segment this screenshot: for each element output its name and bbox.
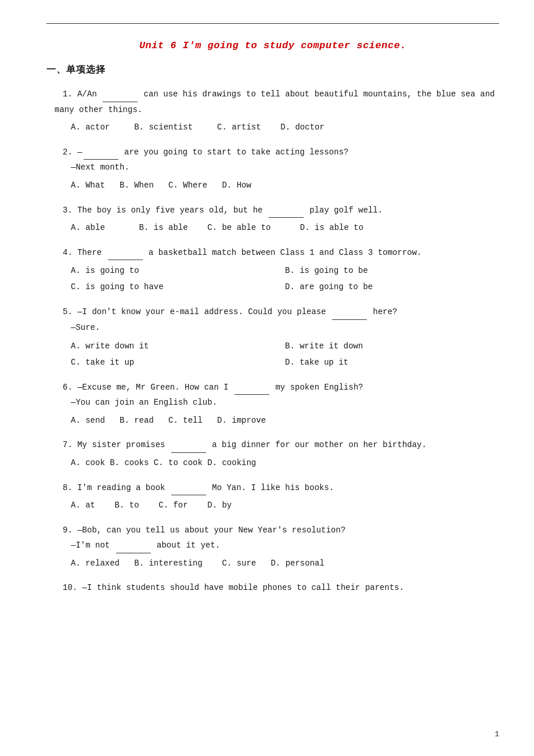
section-heading: 一、单项选择 [46, 64, 499, 76]
question-3: 3. The boy is only five years old, but h… [46, 203, 499, 236]
q8-text: 8. I'm reading a book Mo Yan. I like his… [46, 480, 499, 496]
question-2: 2. — are you going to start to take acti… [46, 145, 499, 193]
q2-text: 2. — are you going to start to take acti… [46, 145, 499, 160]
question-6: 6. —Excuse me, Mr Green. How can I my sp… [46, 380, 499, 429]
page-title: Unit 6 I'm going to study computer scien… [46, 40, 499, 51]
q3-text: 3. The boy is only five years old, but h… [46, 203, 499, 218]
q7-blank [171, 452, 206, 453]
q6-blank [234, 394, 269, 395]
question-10: 10. —I think students should have mobile… [46, 580, 499, 596]
q5-optD: D. take up it [285, 354, 499, 370]
q1-text: 1. A/An can use his drawings to tell abo… [46, 87, 499, 102]
q9-sub: —I'm not about it yet. [46, 538, 499, 553]
q5-optC: C. take it up [71, 354, 285, 370]
q8-blank [171, 495, 206, 495]
q1-options: A. actor B. scientist C. artist D. docto… [46, 120, 499, 135]
q5-blank [332, 319, 367, 320]
question-7: 7. My sister promises a big dinner for o… [46, 437, 499, 470]
q10-text: 10. —I think students should have mobile… [46, 580, 499, 596]
q2-sub: —Next month. [46, 160, 499, 175]
q7-options: A. cook B. cooks C. to cook D. cooking [46, 455, 499, 471]
q5-optB: B. write it down [285, 338, 499, 354]
q6-options: A. send B. read C. tell D. improve [46, 413, 499, 429]
q4-optD: D. are going to be [285, 279, 499, 295]
q4-optB: B. is going to be [285, 262, 499, 279]
q2-options: A. What B. When C. Where D. How [46, 178, 499, 193]
q3-options: A. able B. is able C. be able to D. is a… [46, 220, 499, 236]
question-4: 4. There a basketball match between Clas… [46, 245, 499, 296]
q4-optA: A. is going to [71, 262, 285, 279]
q1-cont: many other things. [46, 102, 499, 118]
q5-options: A. write down it B. write it down C. tak… [71, 338, 499, 370]
top-divider [46, 23, 499, 24]
q5-text: 5. —I don't know your e-mail address. Co… [46, 304, 499, 320]
q6-sub: —You can join an English club. [46, 395, 499, 411]
q4-optC: C. is going to have [71, 279, 285, 295]
q7-text: 7. My sister promises a big dinner for o… [46, 437, 499, 453]
question-5: 5. —I don't know your e-mail address. Co… [46, 304, 499, 370]
q6-text: 6. —Excuse me, Mr Green. How can I my sp… [46, 380, 499, 395]
q4-blank [108, 260, 143, 260]
question-9: 9. —Bob, can you tell us about your New … [46, 523, 499, 571]
q4-options: A. is going to B. is going to be C. is g… [71, 262, 499, 295]
question-8: 8. I'm reading a book Mo Yan. I like his… [46, 480, 499, 513]
page-number: 1 [495, 730, 499, 739]
question-1: 1. A/An can use his drawings to tell abo… [46, 87, 499, 135]
q5-optA: A. write down it [71, 338, 285, 354]
q8-options: A. at B. to C. for D. by [46, 498, 499, 513]
q9-options: A. relaxed B. interesting C. sure D. per… [46, 556, 499, 571]
q4-text: 4. There a basketball match between Clas… [46, 245, 499, 261]
q5-sub: —Sure. [46, 320, 499, 336]
q3-blank [269, 217, 304, 218]
q9-blank [116, 553, 151, 553]
q9-text: 9. —Bob, can you tell us about your New … [46, 523, 499, 538]
